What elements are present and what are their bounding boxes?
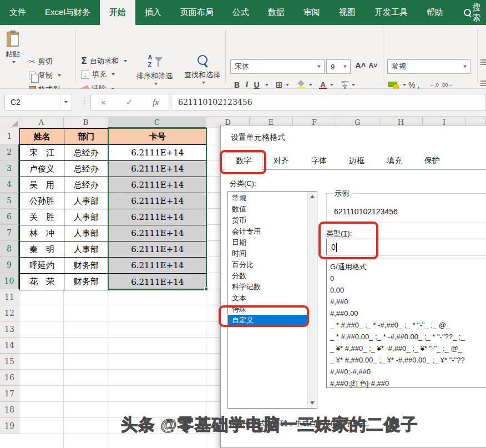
row-header-17[interactable]: 17 (0, 386, 19, 402)
underline-button[interactable]: U (252, 80, 262, 89)
category-item[interactable]: 分数 (228, 270, 307, 281)
row-header-13[interactable]: 13 (0, 321, 19, 338)
row-header-5[interactable]: 5 (0, 193, 19, 209)
cell-dept[interactable]: 人事部 (64, 209, 109, 225)
cell-name[interactable]: 林 冲 (20, 225, 64, 241)
paste-button[interactable]: 粘贴 (6, 32, 20, 63)
align-icon[interactable] (480, 59, 486, 65)
format-code-item[interactable]: #,##0;[红色]-#,##0 (327, 377, 486, 388)
format-code-item[interactable]: 0 (327, 273, 486, 284)
row-header-16[interactable]: 16 (0, 370, 19, 386)
row-header-6[interactable]: 6 (0, 209, 19, 225)
accounting-dropdown[interactable] (403, 84, 406, 86)
format-code-item[interactable]: _ * #,##0.00_ ;_ * -#,##0.00_ ;_ * "-"??… (327, 331, 486, 343)
format-code-item[interactable]: _ ¥* #,##0.00_ ;_ ¥* -#,##0.00_ ;_ ¥* "-… (327, 354, 486, 366)
scroll-up-icon[interactable] (310, 195, 315, 198)
row-header-2[interactable]: 2 (0, 144, 19, 160)
enter-entry-button[interactable]: ✓ (126, 97, 133, 107)
menu-tab-7[interactable]: 数据 (259, 0, 294, 25)
menu-tab-9[interactable]: 视图 (330, 0, 365, 25)
cell-dept[interactable]: 人事部 (64, 241, 109, 258)
row-header-18[interactable]: 18 (0, 402, 19, 418)
underline-dropdown[interactable] (265, 84, 269, 86)
category-item[interactable]: 文本 (228, 293, 307, 304)
category-item[interactable]: 会计专用 (228, 226, 307, 237)
dialog-tab-2[interactable]: 对齐 (262, 152, 300, 170)
category-item[interactable]: 日期 (228, 237, 307, 248)
font-color-dropdown[interactable] (330, 84, 333, 86)
row-header-9[interactable]: 9 (0, 257, 19, 273)
cell-card-value[interactable]: 6.2111E+14 (109, 193, 206, 209)
row-header-8[interactable]: 8 (0, 241, 19, 257)
format-code-item[interactable]: G/通用格式 (327, 261, 486, 273)
autosum-button[interactable]: Σ 自动求和 (81, 56, 127, 66)
cut-button[interactable]: ✂ 剪切 (29, 57, 53, 67)
row-header-12[interactable]: 12 (0, 305, 19, 321)
menu-tab-11[interactable]: 帮助 (417, 0, 453, 25)
accounting-format-button[interactable] (388, 81, 398, 89)
category-item[interactable]: 科学记数 (228, 281, 307, 293)
fill-color-dropdown[interactable] (309, 84, 312, 86)
menu-tab-8[interactable]: 审阅 (294, 0, 330, 25)
sort-filter-button[interactable]: AZ 排序和筛选 (136, 54, 173, 85)
cell-name[interactable]: 公孙胜 (20, 193, 64, 209)
formula-bar-grip[interactable]: ⋮ (80, 95, 89, 106)
cell-name[interactable]: 宋 江 (20, 145, 64, 161)
active-cell[interactable]: 6.2111E+14 (109, 145, 206, 161)
menu-tab-2[interactable]: Excel与财务 (36, 0, 100, 25)
cell-dept[interactable]: 总经办 (64, 177, 109, 193)
column-header-C[interactable]: C (108, 117, 206, 128)
cell-dept[interactable]: 总经办 (64, 145, 109, 161)
category-item[interactable]: 特殊 (228, 304, 307, 315)
menu-tab-4[interactable]: 插入 (135, 0, 171, 25)
cell-dept[interactable]: 财务部 (64, 274, 109, 290)
paste-dropdown[interactable] (12, 61, 16, 63)
borders-dropdown[interactable] (286, 84, 289, 86)
name-box-dropdown[interactable] (64, 101, 68, 103)
cell-card-value[interactable]: 6.2111E+14 (109, 274, 206, 290)
find-select-button[interactable]: 查找和选择 (184, 54, 220, 84)
format-code-item[interactable]: _ * #,##0_ ;_ * -#,##0_ ;_ * "-"_ ;_ @_ (327, 319, 486, 331)
column-header-B[interactable]: B (64, 117, 108, 128)
category-item[interactable]: 时间 (228, 248, 307, 259)
name-box[interactable]: C2 (4, 94, 72, 110)
phonetic-dropdown[interactable] (352, 84, 355, 86)
percent-style-button[interactable]: % (408, 80, 415, 89)
format-code-item[interactable]: 0.00 (327, 284, 486, 296)
cell-name[interactable]: 关 胜 (20, 209, 64, 225)
row-header-10[interactable]: 10 (0, 273, 19, 289)
font-name-combobox[interactable]: 宋体 (230, 59, 325, 74)
format-code-item[interactable]: #,##0.00 (327, 308, 486, 319)
format-code-item[interactable]: #,##0;-#,##0 (327, 366, 486, 377)
cell-card-value[interactable]: 6.2111E+14 (109, 258, 206, 274)
category-item[interactable]: 常规 (228, 193, 307, 204)
copy-button[interactable]: 复制 (29, 71, 61, 80)
category-item[interactable]: 货币 (228, 215, 307, 226)
cell-card-value[interactable]: 6.2111E+14 (109, 225, 206, 241)
font-size-combobox[interactable]: 9 (326, 59, 351, 74)
menu-tab-1[interactable]: 文件 (0, 0, 36, 25)
italic-button[interactable]: I (243, 80, 250, 89)
category-item[interactable]: 自定义 (228, 315, 307, 326)
cell-name[interactable]: 吴 用 (20, 177, 64, 193)
row-header-19[interactable]: 19 (0, 418, 19, 434)
cell-dept[interactable]: 总经办 (64, 161, 109, 177)
header-cell[interactable]: 卡号 (109, 129, 206, 145)
row-header-14[interactable]: 14 (0, 338, 19, 354)
type-input[interactable]: 0 (326, 239, 486, 255)
align-icon-2[interactable] (480, 80, 486, 86)
cell-card-value[interactable]: 6.2111E+14 (109, 161, 206, 177)
fill-color-button[interactable] (297, 80, 306, 89)
row-header-4[interactable]: 4 (0, 177, 19, 193)
cancel-entry-button[interactable]: × (101, 98, 106, 107)
menu-tab-3[interactable]: 开始 (100, 0, 135, 25)
row-header-3[interactable]: 3 (0, 160, 19, 177)
comma-style-button[interactable]: , (417, 80, 419, 89)
category-item[interactable]: 百分比 (228, 259, 307, 270)
row-header-11[interactable]: 11 (0, 289, 19, 305)
category-item[interactable]: 数值 (228, 204, 307, 215)
cell-card-value[interactable]: 6.2111E+14 (109, 209, 206, 225)
row-header-7[interactable]: 7 (0, 225, 19, 241)
shrink-font-button[interactable]: A˅ (369, 62, 378, 69)
number-format-combobox[interactable]: 常规 (387, 59, 470, 74)
